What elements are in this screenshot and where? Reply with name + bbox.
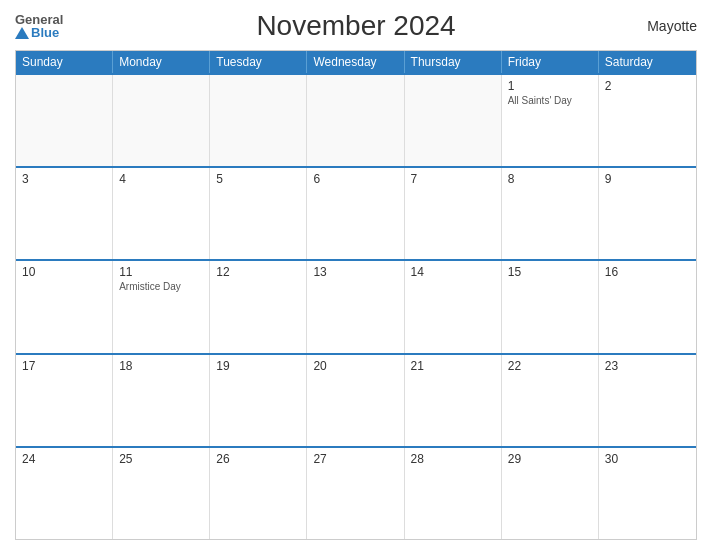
day-number: 13 <box>313 265 397 279</box>
day-cell: 28 <box>405 448 502 539</box>
day-number: 2 <box>605 79 690 93</box>
day-cell: 23 <box>599 355 696 446</box>
day-cell: 2 <box>599 75 696 166</box>
day-cell: 3 <box>16 168 113 259</box>
day-cell: 5 <box>210 168 307 259</box>
day-number: 28 <box>411 452 495 466</box>
day-header-friday: Friday <box>502 51 599 73</box>
day-cell: 18 <box>113 355 210 446</box>
day-cell: 24 <box>16 448 113 539</box>
week-row-5: 24252627282930 <box>16 446 696 539</box>
day-number: 14 <box>411 265 495 279</box>
day-number: 6 <box>313 172 397 186</box>
day-cell <box>307 75 404 166</box>
day-number: 10 <box>22 265 106 279</box>
holiday-label: All Saints' Day <box>508 95 592 106</box>
day-number: 17 <box>22 359 106 373</box>
day-number: 8 <box>508 172 592 186</box>
day-cell: 15 <box>502 261 599 352</box>
day-header-tuesday: Tuesday <box>210 51 307 73</box>
day-number: 12 <box>216 265 300 279</box>
day-cell: 9 <box>599 168 696 259</box>
day-header-saturday: Saturday <box>599 51 696 73</box>
day-number: 24 <box>22 452 106 466</box>
day-number: 5 <box>216 172 300 186</box>
day-cell: 14 <box>405 261 502 352</box>
week-row-4: 17181920212223 <box>16 353 696 446</box>
day-cell: 13 <box>307 261 404 352</box>
day-number: 3 <box>22 172 106 186</box>
day-header-sunday: Sunday <box>16 51 113 73</box>
day-cell <box>113 75 210 166</box>
day-cell: 10 <box>16 261 113 352</box>
logo-triangle-icon <box>15 27 29 39</box>
day-number: 23 <box>605 359 690 373</box>
day-cell: 17 <box>16 355 113 446</box>
weeks-container: 1All Saints' Day234567891011Armistice Da… <box>16 73 696 539</box>
day-cell: 11Armistice Day <box>113 261 210 352</box>
day-number: 15 <box>508 265 592 279</box>
day-cell <box>16 75 113 166</box>
week-row-3: 1011Armistice Day1213141516 <box>16 259 696 352</box>
day-number: 4 <box>119 172 203 186</box>
calendar-title: November 2024 <box>256 10 455 42</box>
day-cell: 1All Saints' Day <box>502 75 599 166</box>
day-cell: 29 <box>502 448 599 539</box>
calendar-region: Mayotte <box>647 18 697 34</box>
day-header-monday: Monday <box>113 51 210 73</box>
day-cell: 6 <box>307 168 404 259</box>
day-cell <box>210 75 307 166</box>
day-number: 1 <box>508 79 592 93</box>
day-cell: 12 <box>210 261 307 352</box>
day-header-thursday: Thursday <box>405 51 502 73</box>
day-number: 21 <box>411 359 495 373</box>
day-number: 25 <box>119 452 203 466</box>
calendar-container: General Blue November 2024 Mayotte Sunda… <box>0 0 712 550</box>
day-number: 16 <box>605 265 690 279</box>
day-cell: 4 <box>113 168 210 259</box>
day-cell: 20 <box>307 355 404 446</box>
day-number: 29 <box>508 452 592 466</box>
calendar-grid: SundayMondayTuesdayWednesdayThursdayFrid… <box>15 50 697 540</box>
day-number: 18 <box>119 359 203 373</box>
day-cell: 8 <box>502 168 599 259</box>
logo: General Blue <box>15 13 63 39</box>
day-cell: 27 <box>307 448 404 539</box>
day-cell: 30 <box>599 448 696 539</box>
day-number: 11 <box>119 265 203 279</box>
calendar-header: General Blue November 2024 Mayotte <box>15 10 697 42</box>
day-number: 20 <box>313 359 397 373</box>
day-cell <box>405 75 502 166</box>
day-number: 30 <box>605 452 690 466</box>
week-row-1: 1All Saints' Day2 <box>16 73 696 166</box>
day-headers-row: SundayMondayTuesdayWednesdayThursdayFrid… <box>16 51 696 73</box>
day-number: 9 <box>605 172 690 186</box>
day-number: 27 <box>313 452 397 466</box>
day-cell: 22 <box>502 355 599 446</box>
day-number: 26 <box>216 452 300 466</box>
day-cell: 19 <box>210 355 307 446</box>
day-number: 22 <box>508 359 592 373</box>
day-cell: 7 <box>405 168 502 259</box>
day-number: 19 <box>216 359 300 373</box>
day-cell: 16 <box>599 261 696 352</box>
day-number: 7 <box>411 172 495 186</box>
holiday-label: Armistice Day <box>119 281 203 292</box>
logo-blue-text: Blue <box>15 26 59 39</box>
day-cell: 21 <box>405 355 502 446</box>
day-cell: 25 <box>113 448 210 539</box>
week-row-2: 3456789 <box>16 166 696 259</box>
day-header-wednesday: Wednesday <box>307 51 404 73</box>
day-cell: 26 <box>210 448 307 539</box>
